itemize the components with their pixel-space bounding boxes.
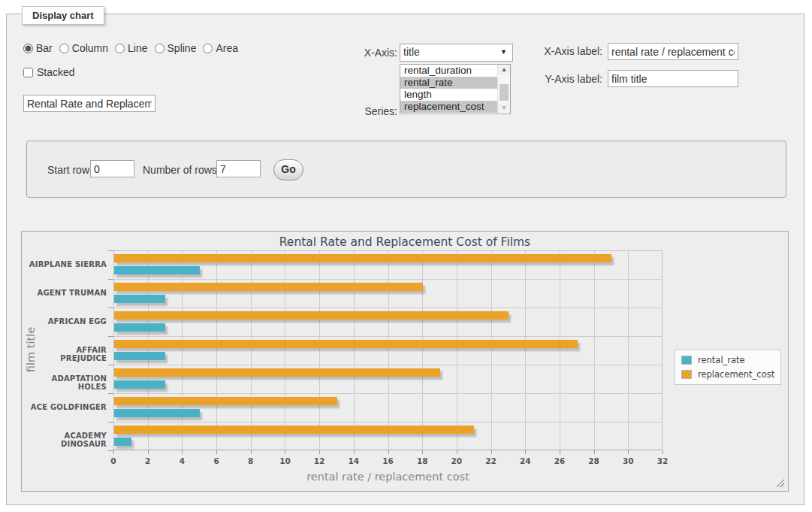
gridline-vertical [628,250,629,450]
bar-replacement_cost [114,368,440,377]
chart-type-label: Column [72,42,108,54]
chart-type-radio-area[interactable] [203,44,213,53]
scrollbar-down-icon[interactable]: ▼ [498,103,510,114]
x-axis-tick-mark [525,450,526,454]
y-axis-title: film title [25,301,37,398]
resize-handle-icon[interactable] [776,479,784,487]
x-axis-tick-mark [251,450,252,454]
series-option-replacement_cost[interactable]: replacement_cost [400,101,510,113]
chart-title-input[interactable] [23,95,155,112]
bar-replacement_cost [114,340,578,348]
chart-type-option-bar[interactable]: Bar [23,42,53,54]
gridline-vertical [285,250,285,450]
chart-type-label: Spline [168,42,197,54]
gridline-horizontal [113,393,663,394]
x-axis-tick-label: 14 [343,456,365,465]
series-scrollbar[interactable]: ▲ ▼ [497,65,510,114]
chart-type-radio-column[interactable] [59,44,69,53]
x-axis-tick-label: 2 [137,456,159,465]
chart-type-option-area[interactable]: Area [203,42,238,54]
chart-type-radio-spline[interactable] [155,44,165,53]
bar-rental_rate [114,323,165,332]
x-axis-select[interactable]: title ▼ [400,44,513,62]
chart-type-option-column[interactable]: Column [59,42,108,54]
y-axis-category-label: ACE GOLDFINGER [28,403,107,411]
series-option-rental_rate[interactable]: rental_rate [400,77,510,89]
x-axis-tick-mark [354,450,355,454]
legend-item: replacement_cost [681,369,774,380]
chart-type-label: Bar [36,42,53,54]
chevron-down-icon: ▼ [500,48,507,56]
series-multiselect[interactable]: rental_durationrental_ratelengthreplacem… [400,64,511,114]
bar-rental_rate [114,380,165,389]
legend-item: rental_rate [681,355,774,365]
bar-replacement_cost [114,311,509,320]
x-axis-tick-label: 18 [411,456,433,465]
y-axis-tick-mark [108,279,113,280]
scrollbar-up-icon[interactable]: ▲ [498,65,510,75]
series-options: rental_durationrental_ratelengthreplacem… [400,65,510,113]
bar-replacement_cost [114,283,423,291]
stacked-label: Stacked [37,66,75,78]
y-axis-category-label: AFRICAN EGG [28,317,107,326]
chart-type-option-spline[interactable]: Spline [155,42,197,54]
bar-rental_rate [114,438,131,446]
y-axis-category-label: AIRPLANE SIERRA [28,260,107,268]
bar-rental_rate [114,295,165,303]
y-axis-tick-mark [108,308,113,308]
number-of-rows-input[interactable] [216,160,261,177]
y-axis-tick-mark [108,393,113,394]
chart-legend: rental_ratereplacement_cost [675,350,781,385]
x-axis-title: rental rate / replacement cost [113,471,663,483]
x-axis-caption: X-Axis: [330,47,397,59]
stacked-checkbox[interactable] [23,68,33,77]
x-axis-tick-mark [491,450,492,454]
x-axis-selected-value: title [403,46,420,58]
x-axis-tick-mark [457,450,457,454]
chart-title: Rental Rate and Replacement Cost of Film… [22,235,788,249]
y-axis-tick-mark [108,336,113,337]
series-option-length[interactable]: length [400,89,510,101]
x-axis-tick-mark [594,450,595,454]
series-option-rental_duration[interactable]: rental_duration [400,65,510,77]
y-axis-tick-mark [108,365,113,365]
x-axis-tick-mark [422,450,423,454]
bar-rental_rate [114,352,165,360]
legend-swatch [681,356,692,365]
legend-label: replacement_cost [698,369,774,380]
x-axis-tick-label: 4 [171,456,193,465]
x-axis-tick-mark [148,450,149,454]
x-axis-label-caption: X-Axis label: [524,45,602,57]
x-axis-tick-mark [285,450,285,454]
legend-label: rental_rate [698,355,745,365]
y-axis-category-label: ACADEMY DINOSAUR [28,432,107,448]
x-axis-tick-label: 20 [445,456,468,465]
gridline-vertical [182,250,183,450]
legend-swatch [681,370,692,379]
x-axis-label-input[interactable] [608,43,738,60]
gridline-horizontal [113,422,663,423]
gridline-vertical [457,250,457,450]
chart-container: Rental Rate and Replacement Cost of Film… [21,231,789,492]
chart-type-option-line[interactable]: Line [115,42,147,54]
chart-type-radio-bar[interactable] [23,44,33,53]
bar-replacement_cost [114,397,337,405]
chart-type-group: BarColumnLineSplineArea [23,42,245,54]
x-axis-tick-mark [663,450,663,454]
bar-rental_rate [114,409,200,417]
chart-type-radio-line[interactable] [115,44,125,53]
stacked-checkbox-row[interactable]: Stacked [23,66,75,78]
app-page: Display chart BarColumnLineSplineArea St… [0,0,812,512]
gridline-vertical [148,250,149,450]
y-axis-label-input[interactable] [608,70,738,87]
x-axis-tick-label: 28 [583,456,605,465]
x-axis-tick-label: 22 [480,456,503,465]
start-row-input[interactable] [90,160,134,177]
go-button[interactable]: Go [273,159,303,180]
scrollbar-thumb[interactable] [500,84,509,101]
x-axis-tick-label: 16 [377,456,400,465]
x-axis-tick-mark [182,450,183,454]
x-axis-tick-label: 0 [102,456,125,465]
x-axis-tick-label: 30 [617,456,639,465]
x-axis-tick-mark [628,450,629,454]
